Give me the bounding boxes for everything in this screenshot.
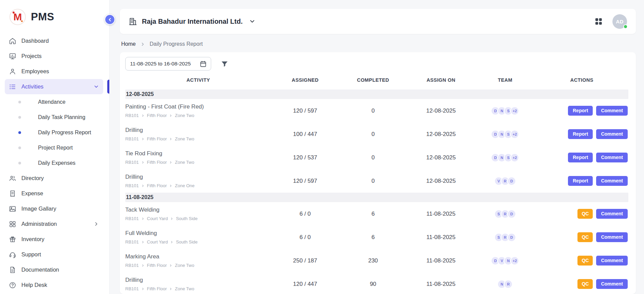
comment-button[interactable]: Comment (596, 106, 628, 116)
activity-location: RB101Court YardSouth Side (125, 239, 268, 244)
filter-funnel-icon[interactable] (221, 60, 228, 68)
location-segment: RB101 (125, 183, 139, 188)
location-segment: RB101 (125, 160, 139, 165)
activity-title: Tie Rod Fixing (125, 150, 268, 157)
directory-icon (9, 175, 16, 182)
comment-button[interactable]: Comment (596, 176, 628, 186)
sidebar-item-label: Employees (21, 68, 49, 75)
comment-button[interactable]: Comment (596, 129, 628, 139)
sidebar-item-label: Documentation (21, 267, 59, 273)
sidebar-item-label: Activities (21, 83, 43, 90)
activity-row: Marking Area RB101Fifth FloorZone Two 25… (125, 249, 628, 272)
location-segment: RB101 (125, 263, 139, 268)
table-header-row: ACTIVITYASSIGNEDCOMPLETEDASSIGN ONTEAMAC… (125, 71, 628, 90)
chevron-right-icon (141, 137, 145, 141)
location-segment: Court Yard (147, 216, 168, 221)
comment-button[interactable]: Comment (596, 153, 628, 162)
chevron-right-icon (141, 264, 145, 267)
qc-button[interactable]: QC (577, 256, 593, 266)
user-avatar[interactable]: AD (612, 14, 627, 29)
sidebar-item-inventory[interactable]: Inventory (5, 232, 103, 247)
sidebar-item-employees[interactable]: Employees (5, 64, 103, 79)
comment-button[interactable]: Comment (596, 279, 628, 289)
report-button[interactable]: Report (568, 106, 593, 116)
team-member-chip[interactable]: D (507, 210, 516, 218)
activity-cell: Full Welding RB101Court YardSouth Side (125, 230, 271, 244)
breadcrumb-current: Daily Progress Report (150, 41, 203, 47)
activity-cell: Drilling RB101Fifth FloorZone Two (125, 127, 271, 141)
location-segment: Fifth Floor (147, 183, 167, 188)
assigned-value: 120 / 597 (271, 178, 339, 184)
logo-row: M PMS (0, 0, 109, 33)
comment-button[interactable]: Comment (596, 232, 628, 242)
team-member-chip[interactable]: D (507, 177, 516, 185)
apps-grid-icon[interactable] (594, 17, 603, 26)
report-button[interactable]: Report (568, 153, 593, 162)
sidebar-subitem-daily-task-planning[interactable]: Daily Task Planning (5, 110, 103, 125)
sidebar-item-support[interactable]: Support (5, 247, 103, 262)
chevron-right-icon (169, 264, 172, 267)
completed-value: 0 (339, 107, 407, 114)
chevron-right-icon (141, 217, 145, 220)
assign-on-value: 12-08-2025 (407, 154, 475, 161)
report-button[interactable]: Report (568, 176, 593, 186)
sidebar-item-projects[interactable]: Projects (5, 48, 103, 64)
sidebar-subitem-label: Attendance (38, 99, 66, 105)
team-member-chip[interactable]: D (507, 233, 516, 242)
chevron-right-icon (93, 221, 99, 227)
completed-value: 0 (339, 154, 407, 161)
sidebar-item-help-desk[interactable]: Help Desk (5, 277, 103, 293)
activity-cell: Tie Rod Fixing RB101Fifth FloorZone Two (125, 150, 271, 165)
chevron-down-icon (249, 18, 256, 25)
sidebar-item-activities[interactable]: Activities (5, 79, 103, 94)
assigned-value: 6 / 0 (271, 211, 339, 217)
sidebar-subitem-daily-progress-report[interactable]: Daily Progress Report (5, 125, 103, 140)
completed-value: 6 (339, 211, 407, 217)
sidebar-subitem-daily-expenses[interactable]: Daily Expenses (5, 155, 103, 171)
sidebar-item-administration[interactable]: Administration (5, 216, 103, 232)
sidebar-collapse-button[interactable] (105, 14, 115, 25)
team-member-chip[interactable]: R (504, 280, 513, 289)
sidebar-item-image-gallary[interactable]: Image Gallary (5, 201, 103, 216)
sidebar-item-label: Directory (21, 175, 44, 181)
sidebar-item-directory[interactable]: Directory (5, 171, 103, 186)
sidebar-subitem-project-report[interactable]: Project Report (5, 140, 103, 155)
activity-row: Drilling RB101Fifth FloorZone Two 100 / … (125, 122, 628, 146)
assigned-value: 100 / 447 (271, 131, 339, 138)
report-button[interactable]: Report (568, 129, 593, 139)
comment-button[interactable]: Comment (596, 256, 628, 266)
activity-title: Drilling (125, 174, 268, 180)
team-more-chip[interactable]: +2 (510, 130, 519, 139)
sidebar-item-label: Help Desk (21, 282, 47, 288)
sidebar-subitem-label: Daily Expenses (38, 160, 75, 166)
company-selector[interactable]: Raja Bahadur International Ltd. (129, 17, 256, 26)
qc-button[interactable]: QC (577, 232, 593, 242)
qc-button[interactable]: QC (577, 209, 593, 219)
documentation-icon (9, 266, 16, 274)
breadcrumb-home-link[interactable]: Home (121, 41, 136, 47)
activity-title: Painting - First Coat (Fire Red) (125, 103, 268, 110)
company-name: Raja Bahadur International Ltd. (142, 18, 243, 25)
comment-button[interactable]: Comment (596, 209, 628, 219)
team-more-chip[interactable]: +2 (510, 106, 519, 115)
assign-on-value: 11-08-2025 (407, 234, 475, 241)
sidebar-item-documentation[interactable]: Documentation (5, 262, 103, 277)
dashboard-icon (9, 37, 16, 45)
sidebar-item-expense[interactable]: Expense (5, 186, 103, 201)
team-more-chip[interactable]: +2 (510, 256, 519, 265)
date-range-input[interactable]: 11-08-2025 to 16-08-2025 (125, 57, 211, 71)
completed-value: 0 (339, 131, 407, 138)
inventory-icon (9, 236, 16, 243)
sidebar-subitem-attendance[interactable]: Attendance (5, 94, 103, 110)
sidebar-item-dashboard[interactable]: Dashboard (5, 33, 103, 48)
activity-location: RB101Fifth FloorZone Two (125, 113, 268, 118)
activity-cell: Drilling RB101Fifth FloorZone One (125, 174, 271, 188)
column-header-assigned: ASSIGNED (271, 77, 339, 83)
qc-button[interactable]: QC (577, 279, 593, 289)
bullet-icon (18, 101, 21, 103)
team-more-chip[interactable]: +2 (510, 153, 519, 162)
team-avatars: SRD (475, 210, 535, 218)
location-segment: Zone Two (175, 113, 194, 118)
sidebar-subitem-label: Daily Progress Report (38, 130, 91, 136)
location-segment: Fifth Floor (147, 160, 167, 165)
